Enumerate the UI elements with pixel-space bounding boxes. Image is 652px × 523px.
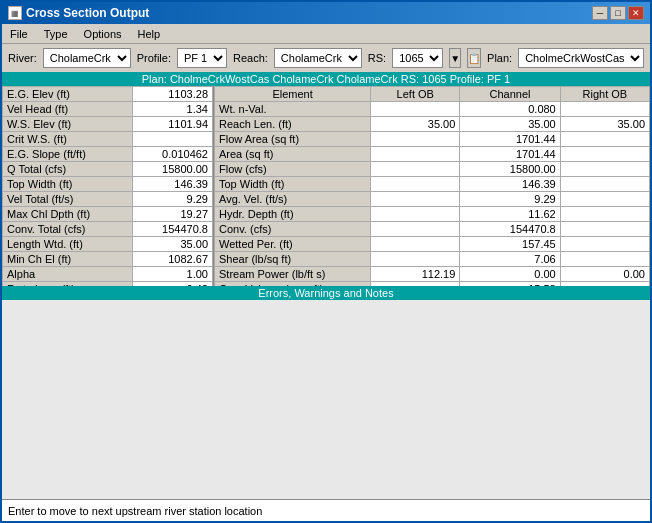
element-label: Reach Len. (ft)	[215, 117, 371, 132]
menu-bar: File Type Options Help	[2, 24, 650, 44]
right-ob-value: 0.00	[560, 267, 649, 282]
element-label: Conv. (cfs)	[215, 222, 371, 237]
col-right-ob: Right OB	[560, 87, 649, 102]
table-row: Q Total (cfs)15800.00	[3, 162, 213, 177]
table-row: Area (sq ft)1701.44	[215, 147, 650, 162]
row-label: Max Chl Dpth (ft)	[3, 207, 133, 222]
left-ob-value	[371, 177, 460, 192]
right-ob-value	[560, 147, 649, 162]
row-label: Min Ch El (ft)	[3, 252, 133, 267]
table-area: E.G. Elev (ft)1103.28Vel Head (ft)1.34W.…	[2, 86, 650, 286]
row-value: 1101.94	[133, 117, 213, 132]
row-value: 1082.67	[133, 252, 213, 267]
row-value: 35.00	[133, 237, 213, 252]
left-ob-value: 35.00	[371, 117, 460, 132]
right-ob-value	[560, 192, 649, 207]
element-label: Flow Area (sq ft)	[215, 132, 371, 147]
table-row: Vel Head (ft)1.34	[3, 102, 213, 117]
col-channel: Channel	[460, 87, 560, 102]
plan-label: Plan:	[487, 52, 512, 64]
left-data-table: E.G. Elev (ft)1103.28Vel Head (ft)1.34W.…	[2, 86, 214, 286]
channel-value: 1701.44	[460, 132, 560, 147]
table-row: Conv. Total (cfs)154470.8	[3, 222, 213, 237]
menu-file[interactable]: File	[6, 27, 32, 41]
river-label: River:	[8, 52, 37, 64]
row-label: Conv. Total (cfs)	[3, 222, 133, 237]
channel-value: 11.62	[460, 207, 560, 222]
maximize-button[interactable]: □	[610, 6, 626, 20]
profile-label: Profile:	[137, 52, 171, 64]
element-label: Area (sq ft)	[215, 147, 371, 162]
left-ob-value: 112.19	[371, 267, 460, 282]
minimize-button[interactable]: ─	[592, 6, 608, 20]
left-table: E.G. Elev (ft)1103.28Vel Head (ft)1.34W.…	[2, 86, 213, 286]
row-value: 1.00	[133, 267, 213, 282]
table-row: Top Width (ft)146.39	[3, 177, 213, 192]
channel-value: 157.45	[460, 237, 560, 252]
right-ob-value	[560, 132, 649, 147]
row-value: 154470.8	[133, 222, 213, 237]
row-value: 146.39	[133, 177, 213, 192]
right-ob-value	[560, 177, 649, 192]
element-label: Flow (cfs)	[215, 162, 371, 177]
col-element: Element	[215, 87, 371, 102]
element-label: Stream Power (lb/ft s)	[215, 267, 371, 282]
window-title: Cross Section Output	[26, 6, 149, 20]
table-row: Max Chl Dpth (ft)19.27	[3, 207, 213, 222]
reach-select[interactable]: CholameCrk	[274, 48, 362, 68]
element-label: Shear (lb/sq ft)	[215, 252, 371, 267]
left-ob-value	[371, 102, 460, 117]
row-value: 19.27	[133, 207, 213, 222]
left-ob-value	[371, 162, 460, 177]
menu-options[interactable]: Options	[80, 27, 126, 41]
right-ob-value	[560, 237, 649, 252]
channel-value: 35.00	[460, 117, 560, 132]
left-ob-value	[371, 132, 460, 147]
row-label: Length Wtd. (ft)	[3, 237, 133, 252]
content-area: Plan: CholmeCrkWostCas CholameCrk Cholam…	[2, 72, 650, 521]
element-label: Wetted Per. (ft)	[215, 237, 371, 252]
row-value	[133, 132, 213, 147]
row-label: W.S. Elev (ft)	[3, 117, 133, 132]
menu-help[interactable]: Help	[134, 27, 165, 41]
channel-value: 7.06	[460, 252, 560, 267]
channel-value: 1701.44	[460, 147, 560, 162]
row-label: Vel Head (ft)	[3, 102, 133, 117]
rs-select[interactable]: 1065	[392, 48, 443, 68]
element-label: Wt. n-Val.	[215, 102, 371, 117]
profile-select[interactable]: PF 1	[177, 48, 227, 68]
right-ob-value	[560, 102, 649, 117]
river-select[interactable]: CholameCrk	[43, 48, 131, 68]
row-label: Top Width (ft)	[3, 177, 133, 192]
prev-rs-button[interactable]: ▼	[449, 48, 461, 68]
channel-value: 9.29	[460, 192, 560, 207]
right-data-table: Element Left OB Channel Right OB Wt. n-V…	[214, 86, 650, 286]
title-bar-left: ▦ Cross Section Output	[8, 6, 149, 20]
table-row: E.G. Slope (ft/ft)0.010462	[3, 147, 213, 162]
chart-area	[2, 300, 650, 500]
channel-value: 146.39	[460, 177, 560, 192]
channel-value: 0.080	[460, 102, 560, 117]
row-value: 1.34	[133, 102, 213, 117]
next-rs-button[interactable]: 📋	[467, 48, 481, 68]
menu-type[interactable]: Type	[40, 27, 72, 41]
element-label: Hydr. Depth (ft)	[215, 207, 371, 222]
right-ob-value	[560, 162, 649, 177]
table-row: Wetted Per. (ft)157.45	[215, 237, 650, 252]
table-row: Vel Total (ft/s)9.29	[3, 192, 213, 207]
row-value: 15800.00	[133, 162, 213, 177]
table-row: E.G. Elev (ft)1103.28	[3, 87, 213, 102]
row-value: 0.010462	[133, 147, 213, 162]
status-bar: Enter to move to next upstream river sta…	[2, 499, 650, 521]
table-row: Avg. Vel. (ft/s)9.29	[215, 192, 650, 207]
status-text: Enter to move to next upstream river sta…	[8, 505, 262, 517]
table-row: Stream Power (lb/ft s)112.190.000.00	[215, 267, 650, 282]
close-button[interactable]: ✕	[628, 6, 644, 20]
title-buttons: ─ □ ✕	[592, 6, 644, 20]
left-ob-value	[371, 207, 460, 222]
reach-label: Reach:	[233, 52, 268, 64]
plan-select[interactable]: CholmeCrkWostCas	[518, 48, 644, 68]
left-ob-value	[371, 222, 460, 237]
row-label: E.G. Elev (ft)	[3, 87, 133, 102]
col-left-ob: Left OB	[371, 87, 460, 102]
